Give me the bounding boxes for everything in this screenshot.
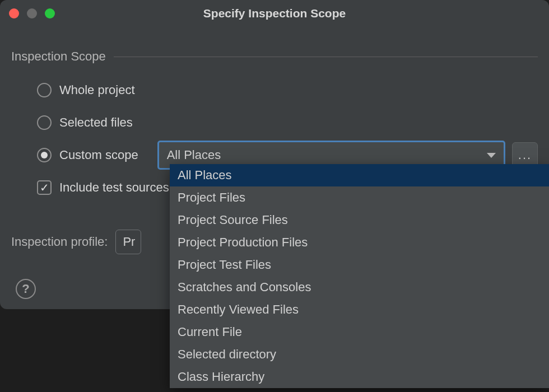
combobox-value: All Places [167,148,221,162]
radio-selected-files[interactable]: Selected files [11,106,538,139]
dropdown-item-scratches-consoles[interactable]: Scratches and Consoles [170,276,549,298]
radio-label: Selected files [59,115,133,130]
section-title: Inspection Scope [11,49,106,64]
scope-dropdown: All Places Project Files Project Source … [170,164,549,388]
dropdown-item-current-file[interactable]: Current File [170,321,549,343]
divider [114,57,538,57]
dropdown-item-selected-directory[interactable]: Selected directory [170,343,549,366]
radio-label: Whole project [59,83,135,97]
radio-icon [37,148,52,162]
dropdown-item-all-places[interactable]: All Places [170,164,549,186]
maximize-icon[interactable] [45,8,55,18]
dialog-title: Specify Inspection Scope [0,7,549,20]
checkbox-label: Include test sources [59,180,169,195]
dropdown-item-project-test-files[interactable]: Project Test Files [170,254,549,276]
radio-icon [37,115,52,130]
dropdown-item-project-production-files[interactable]: Project Production Files [170,231,549,254]
checkbox-icon: ✓ [37,180,52,195]
radio-whole-project[interactable]: Whole project [11,74,538,106]
dropdown-item-project-files[interactable]: Project Files [170,186,549,209]
ellipsis-icon: ... [518,148,532,162]
help-button[interactable]: ? [16,279,36,299]
radio-icon [37,83,52,97]
chevron-down-icon [487,153,496,158]
titlebar: Specify Inspection Scope [0,0,549,27]
section-header: Inspection Scope [11,49,538,64]
minimize-icon[interactable] [27,8,37,18]
dropdown-item-recently-viewed[interactable]: Recently Viewed Files [170,298,549,321]
window-controls [0,8,55,18]
help-icon: ? [22,282,29,296]
dropdown-item-project-source-files[interactable]: Project Source Files [170,209,549,231]
profile-combobox[interactable]: Pr [115,230,141,254]
profile-value: Pr [123,235,135,249]
dropdown-item-class-hierarchy[interactable]: Class Hierarchy [170,366,549,388]
radio-label: Custom scope [59,148,138,162]
close-icon[interactable] [9,8,19,18]
profile-label: Inspection profile: [11,235,108,249]
